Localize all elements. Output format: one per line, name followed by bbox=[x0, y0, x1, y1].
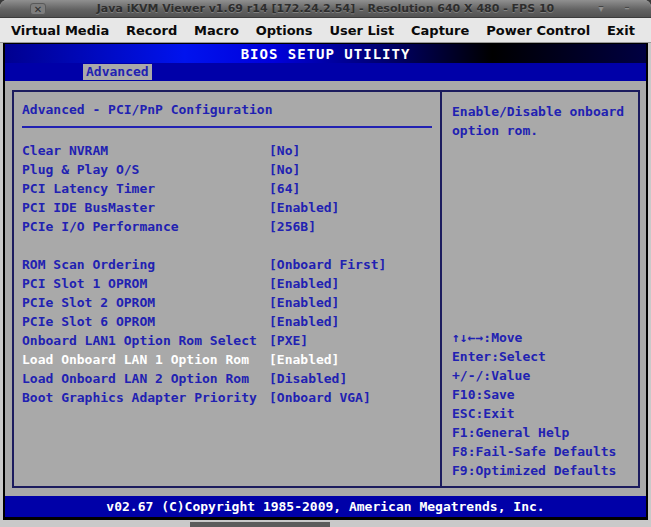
setting-value: [256B] bbox=[269, 217, 432, 236]
menu-item[interactable]: Record bbox=[126, 23, 177, 38]
setting-label: PCI Latency Timer bbox=[22, 179, 269, 198]
setting-row[interactable]: ROM Scan Ordering [Onboard First] bbox=[22, 255, 432, 274]
setting-label: PCIe Slot 6 OPROM bbox=[22, 312, 269, 331]
bios-footer-bar: v02.67 (C)Copyright 1985-2009, American … bbox=[5, 496, 646, 517]
setting-value: [PXE] bbox=[269, 331, 432, 350]
key-hints-list: ↑↓←→:Move Enter:Select +/-/:Value F10:Sa… bbox=[452, 328, 634, 480]
setting-row[interactable]: Clear NVRAM [No] bbox=[22, 141, 432, 160]
menu-item[interactable]: Options bbox=[256, 23, 313, 38]
tab-advanced[interactable]: Advanced bbox=[83, 64, 152, 80]
menu-item[interactable]: Power Control bbox=[486, 23, 590, 38]
setting-value: [Enabled] bbox=[269, 312, 432, 331]
key-hint: Enter:Select bbox=[452, 347, 634, 366]
setting-row[interactable]: Plug & Play O/S [No] bbox=[22, 160, 432, 179]
copyright-text: v02.67 (C)Copyright 1985-2009, American … bbox=[106, 499, 544, 514]
menu-item[interactable]: User List bbox=[329, 23, 394, 38]
setting-value: [Enabled] bbox=[269, 198, 432, 217]
setting-label: PCIe Slot 2 OPROM bbox=[22, 293, 269, 312]
setting-row[interactable]: PCI Slot 1 OPROM [Enabled] bbox=[22, 274, 432, 293]
key-hint: F1:General Help bbox=[452, 423, 634, 442]
setting-label: PCIe I/O Performance bbox=[22, 217, 269, 236]
menu-item[interactable]: Virtual Media bbox=[11, 23, 109, 38]
bios-body: Advanced - PCI/PnP Configuration Clear N… bbox=[5, 81, 646, 496]
setting-label: Boot Graphics Adapter Priority bbox=[22, 388, 269, 407]
section-divider bbox=[22, 126, 432, 128]
section-title: Advanced - PCI/PnP Configuration bbox=[22, 102, 432, 118]
setting-row[interactable]: PCIe Slot 6 OPROM [Enabled] bbox=[22, 312, 432, 331]
resize-notch bbox=[190, 522, 330, 527]
bios-tab-bar: Advanced bbox=[5, 63, 646, 81]
setting-row[interactable]: Load Onboard LAN 1 Option Rom [Enabled] bbox=[22, 350, 432, 369]
setting-row[interactable]: Boot Graphics Adapter Priority [Onboard … bbox=[22, 388, 432, 407]
close-icon[interactable]: ✕ bbox=[30, 3, 46, 15]
setting-value: [Enabled] bbox=[269, 350, 432, 369]
setting-label: ROM Scan Ordering bbox=[22, 255, 269, 274]
key-hint: F10:Save bbox=[452, 385, 634, 404]
key-hint: F8:Fail-Safe Defaults bbox=[452, 442, 634, 461]
chevron-down-icon[interactable]: ▾ bbox=[593, 3, 609, 15]
key-hint: F9:Optimized Defaults bbox=[452, 461, 634, 480]
setting-row[interactable]: PCI IDE BusMaster [Enabled] bbox=[22, 198, 432, 217]
menu-item[interactable]: Macro bbox=[194, 23, 239, 38]
setting-row[interactable]: PCIe I/O Performance [256B] bbox=[22, 217, 432, 236]
setting-value: [Disabled] bbox=[269, 369, 432, 388]
menu-item[interactable]: Exit bbox=[607, 23, 635, 38]
help-pane: Enable/Disable onboard option rom. ↑↓←→:… bbox=[442, 92, 638, 486]
setting-label: Onboard LAN1 Option Rom Select bbox=[22, 331, 269, 350]
titlebar: Java iKVM Viewer v1.69 r14 [172.24.2.54]… bbox=[0, 0, 651, 18]
bios-title: BIOS SETUP UTILITY bbox=[241, 46, 411, 62]
setting-row[interactable]: PCIe Slot 2 OPROM [Enabled] bbox=[22, 293, 432, 312]
setting-value: [No] bbox=[269, 160, 432, 179]
setting-row[interactable]: Load Onboard LAN 2 Option Rom [Disabled] bbox=[22, 369, 432, 388]
setting-value: [No] bbox=[269, 141, 432, 160]
setting-value: [64] bbox=[269, 179, 432, 198]
bios-screen: BIOS SETUP UTILITY Advanced Advanced - P… bbox=[3, 43, 648, 520]
minimize-icon[interactable]: – bbox=[619, 3, 635, 15]
help-text: Enable/Disable onboard option rom. bbox=[452, 102, 632, 140]
ikvm-viewer-window: Java iKVM Viewer v1.69 r14 [172.24.2.54]… bbox=[0, 0, 651, 527]
key-hint: ESC:Exit bbox=[452, 404, 634, 423]
setting-row[interactable]: Onboard LAN1 Option Rom Select [PXE] bbox=[22, 331, 432, 350]
settings-pane: Advanced - PCI/PnP Configuration Clear N… bbox=[14, 92, 442, 486]
setting-label: PCI IDE BusMaster bbox=[22, 198, 269, 217]
menubar: Virtual Media Record Macro Options User … bbox=[0, 18, 651, 43]
setting-label: PCI Slot 1 OPROM bbox=[22, 274, 269, 293]
setting-value: [Enabled] bbox=[269, 293, 432, 312]
settings-list: Clear NVRAM [No] Plug & Play O/S [No] PC… bbox=[22, 141, 432, 407]
setting-label: Load Onboard LAN 2 Option Rom bbox=[22, 369, 269, 388]
setting-label: Clear NVRAM bbox=[22, 141, 269, 160]
bios-header-bar: BIOS SETUP UTILITY bbox=[5, 44, 646, 63]
setting-label: Load Onboard LAN 1 Option Rom bbox=[22, 350, 269, 369]
setting-row[interactable]: PCI Latency Timer [64] bbox=[22, 179, 432, 198]
key-hint: +/-/:Value bbox=[452, 366, 634, 385]
settings-panel: Advanced - PCI/PnP Configuration Clear N… bbox=[12, 90, 640, 488]
menu-item[interactable]: Capture bbox=[411, 23, 469, 38]
key-hint: ↑↓←→:Move bbox=[452, 328, 634, 347]
setting-label: Plug & Play O/S bbox=[22, 160, 269, 179]
window-bottom-frame bbox=[0, 520, 651, 527]
window-title: Java iKVM Viewer v1.69 r14 [172.24.2.54]… bbox=[0, 0, 651, 18]
setting-value: [Onboard VGA] bbox=[269, 388, 432, 407]
setting-value: [Onboard First] bbox=[269, 255, 432, 274]
setting-value: [Enabled] bbox=[269, 274, 432, 293]
